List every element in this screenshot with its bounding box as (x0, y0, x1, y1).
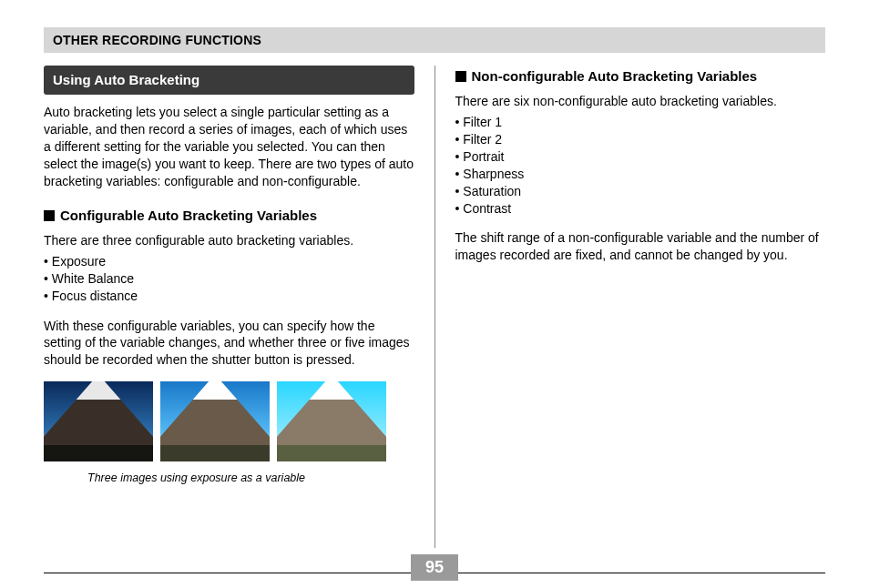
example-image-bright (277, 381, 386, 461)
example-images-row (44, 381, 414, 461)
page-number: 95 (411, 554, 458, 581)
list-item: • Sharpness (455, 166, 826, 183)
configurable-lead: There are three configurable auto bracke… (44, 232, 414, 249)
intro-paragraph: Auto bracketing lets you select a single… (44, 104, 414, 189)
left-column: Using Auto Bracketing Auto bracketing le… (44, 66, 434, 548)
topic-heading: Using Auto Bracketing (44, 66, 414, 95)
list-item: • Contrast (455, 200, 826, 218)
nonconfigurable-lead: There are six non-configurable auto brac… (455, 93, 826, 110)
list-item: • Focus distance (44, 288, 414, 305)
list-item: • Saturation (455, 183, 826, 200)
nonconfigurable-after: The shift range of a non-configurable va… (455, 229, 826, 264)
configurable-after: With these configurable variables, you c… (44, 318, 414, 370)
subheading-configurable-text: Configurable Auto Bracketing Variables (60, 207, 317, 225)
list-item: • Filter 2 (455, 131, 826, 148)
subheading-nonconfigurable-text: Non-configurable Auto Bracketing Variabl… (472, 67, 758, 86)
square-bullet-icon (455, 71, 466, 82)
example-image-normal (160, 381, 270, 461)
right-column: Non-configurable Auto Bracketing Variabl… (435, 66, 826, 548)
subheading-nonconfigurable: Non-configurable Auto Bracketing Variabl… (455, 67, 826, 86)
example-image-dark (44, 381, 153, 461)
square-bullet-icon (44, 210, 55, 221)
page-footer: 95 (44, 552, 825, 575)
image-caption: Three images using exposure as a variabl… (44, 471, 414, 486)
list-item: • Portrait (455, 148, 826, 166)
two-column-layout: Using Auto Bracketing Auto bracketing le… (44, 66, 825, 548)
list-item: • Filter 1 (455, 114, 826, 131)
subheading-configurable: Configurable Auto Bracketing Variables (44, 207, 414, 225)
section-header: OTHER RECORDING FUNCTIONS (44, 27, 825, 53)
list-item: • White Balance (44, 270, 414, 288)
list-item: • Exposure (44, 253, 414, 270)
